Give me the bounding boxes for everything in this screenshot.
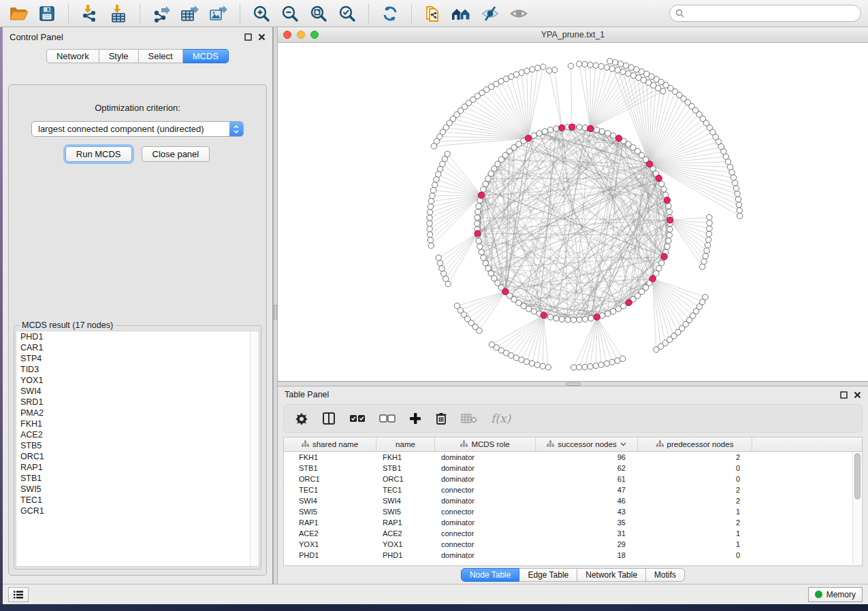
leaf-node[interactable] xyxy=(534,362,540,367)
mcds-hub-node[interactable] xyxy=(656,175,662,181)
mcds-result-item[interactable]: TEC1 xyxy=(16,495,259,506)
ring-node[interactable] xyxy=(481,186,486,192)
mcds-list-scrollbar[interactable] xyxy=(250,331,259,566)
leaf-node[interactable] xyxy=(437,261,443,266)
ring-node[interactable] xyxy=(475,220,480,226)
export-image-icon[interactable] xyxy=(207,3,230,24)
network-canvas[interactable] xyxy=(278,43,868,381)
zoom-selected-icon[interactable] xyxy=(336,3,359,24)
save-session-icon[interactable] xyxy=(35,3,59,24)
table-row[interactable]: ORC1ORC1dominator610 xyxy=(284,474,862,484)
leaf-node[interactable] xyxy=(430,193,435,199)
ring-node[interactable] xyxy=(485,176,491,181)
run-mcds-button[interactable]: Run MCDS xyxy=(65,146,132,162)
leaf-node[interactable] xyxy=(735,191,740,197)
mcds-hub-node[interactable] xyxy=(615,135,622,142)
export-table-icon[interactable] xyxy=(178,3,202,24)
mcds-result-item[interactable]: CAR1 xyxy=(16,342,259,353)
leaf-node[interactable] xyxy=(428,199,434,204)
column-header-successor-nodes[interactable]: successor nodes xyxy=(536,437,638,451)
search-field[interactable] xyxy=(669,5,861,22)
leaf-node[interactable] xyxy=(432,182,438,188)
mcds-hub-node[interactable] xyxy=(559,125,565,131)
mcds-hub-node[interactable] xyxy=(667,217,673,223)
zoom-fit-icon[interactable] xyxy=(307,3,330,24)
leaf-node[interactable] xyxy=(620,356,626,361)
table-row[interactable]: ACE2ACE2connector311 xyxy=(284,528,862,539)
leaf-node[interactable] xyxy=(598,362,604,367)
zoom-in-icon[interactable] xyxy=(250,3,273,24)
memory-button[interactable]: Memory xyxy=(808,587,863,602)
leaf-node[interactable] xyxy=(427,226,432,231)
leaf-node[interactable] xyxy=(540,363,545,369)
criterion-select[interactable]: largest connected component (undirected) xyxy=(31,121,244,137)
import-network-icon[interactable] xyxy=(78,3,101,24)
leaf-node[interactable] xyxy=(445,281,451,286)
ring-node[interactable] xyxy=(476,238,481,244)
leaf-node[interactable] xyxy=(428,204,433,210)
refresh-layout-icon[interactable] xyxy=(379,3,402,24)
leaf-node[interactable] xyxy=(427,232,432,237)
column-header-predecessor-nodes[interactable]: predecessor nodes xyxy=(638,437,752,451)
leaf-node[interactable] xyxy=(519,70,524,76)
leaf-node[interactable] xyxy=(704,248,709,253)
network-window-titlebar[interactable]: YPA_prune.txt_1 xyxy=(278,27,868,43)
leaf-node[interactable] xyxy=(529,361,534,366)
leaf-node[interactable] xyxy=(626,71,631,76)
delete-columns-icon[interactable] xyxy=(435,412,447,425)
leaf-node[interactable] xyxy=(735,197,741,202)
vertical-split-divider[interactable] xyxy=(273,27,278,584)
search-input[interactable] xyxy=(688,8,855,19)
mcds-hub-node[interactable] xyxy=(568,124,575,130)
column-manager-icon[interactable] xyxy=(322,412,336,425)
tab-mcds[interactable]: MCDS xyxy=(183,49,229,63)
ring-node[interactable] xyxy=(547,127,553,133)
mcds-hub-node[interactable] xyxy=(626,299,632,306)
leaf-node[interactable] xyxy=(737,208,742,213)
leaf-node[interactable] xyxy=(431,144,436,149)
leaf-node[interactable] xyxy=(593,63,598,68)
add-column-icon[interactable] xyxy=(409,412,421,425)
horizontal-split-divider[interactable] xyxy=(278,382,868,386)
ring-node[interactable] xyxy=(536,131,542,136)
ring-node[interactable] xyxy=(605,311,611,316)
leaf-node[interactable] xyxy=(568,63,573,69)
tab-style[interactable]: Style xyxy=(99,49,139,63)
leaf-node[interactable] xyxy=(701,259,707,264)
leaf-node[interactable] xyxy=(604,361,609,366)
ring-node[interactable] xyxy=(666,209,672,214)
divider-grip[interactable] xyxy=(274,305,277,320)
leaf-node[interactable] xyxy=(535,65,541,71)
leaf-node[interactable] xyxy=(427,215,432,220)
leaf-node[interactable] xyxy=(620,69,626,74)
leaf-node[interactable] xyxy=(437,166,443,171)
ring-node[interactable] xyxy=(531,133,536,138)
leaf-node[interactable] xyxy=(706,237,711,242)
mcds-result-item[interactable]: SWI4 xyxy=(16,386,259,397)
deselect-all-rows-icon[interactable] xyxy=(379,414,396,423)
column-header-MCDS-role[interactable]: MCDS role xyxy=(435,437,536,451)
leaf-node[interactable] xyxy=(707,220,712,225)
mcds-hub-node[interactable] xyxy=(525,135,531,142)
tab-node-table[interactable]: Node Table xyxy=(461,568,520,582)
leaf-node[interactable] xyxy=(577,365,582,370)
tab-edge-table[interactable]: Edge Table xyxy=(519,568,577,582)
mcds-hub-node[interactable] xyxy=(647,161,653,167)
ring-node[interactable] xyxy=(570,317,576,323)
open-file-icon[interactable] xyxy=(7,3,30,24)
close-panel-icon[interactable] xyxy=(257,33,266,41)
leaf-node[interactable] xyxy=(582,61,588,67)
leaf-node[interactable] xyxy=(733,186,739,191)
select-all-rows-icon[interactable] xyxy=(349,414,366,423)
ring-node[interactable] xyxy=(483,181,488,186)
ring-node[interactable] xyxy=(605,131,611,136)
table-row[interactable]: TEC1TEC1connector472 xyxy=(284,484,862,495)
leaf-node[interactable] xyxy=(703,253,708,259)
ring-node[interactable] xyxy=(531,309,536,314)
leaf-node[interactable] xyxy=(615,67,620,73)
column-header-name[interactable]: name xyxy=(376,437,435,451)
ring-node[interactable] xyxy=(476,203,481,209)
ring-node[interactable] xyxy=(526,306,531,312)
leaf-node[interactable] xyxy=(727,164,733,169)
mcds-hub-node[interactable] xyxy=(661,253,667,259)
